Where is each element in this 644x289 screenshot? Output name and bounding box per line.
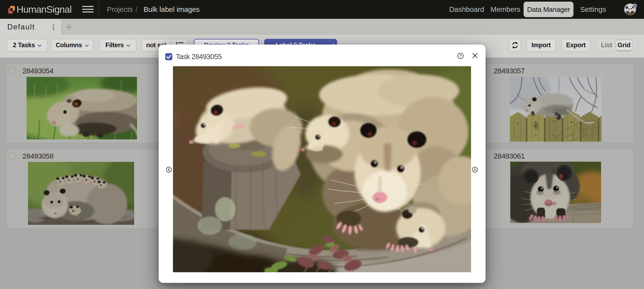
- svg-text:?: ?: [460, 54, 462, 58]
